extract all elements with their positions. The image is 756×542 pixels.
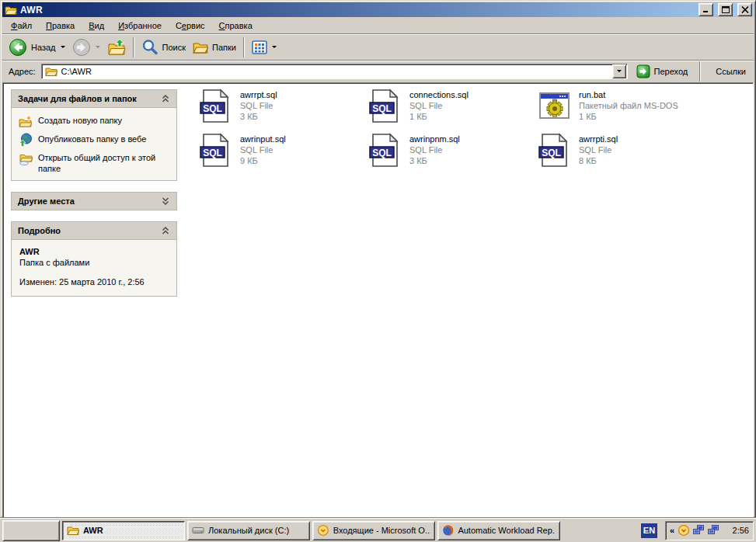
taskbar-button-firefox[interactable]: Automatic Workload Rep... xyxy=(437,521,560,540)
toolbar-separator xyxy=(243,37,245,57)
folder-icon xyxy=(45,65,57,78)
file-tile[interactable]: connections.sql SQL File 1 КБ xyxy=(368,89,537,133)
close-icon xyxy=(741,6,749,13)
file-tile[interactable]: awrinput.sql SQL File 9 КБ xyxy=(198,133,368,177)
links-bar[interactable]: Ссылки xyxy=(709,67,751,76)
taskbar-button-local-disk[interactable]: Локальный диск (C:) xyxy=(187,521,310,540)
address-dropdown-button[interactable] xyxy=(612,64,626,78)
file-tile[interactable]: awrrpt.sql SQL File 3 КБ xyxy=(198,89,368,133)
menu-label-part: рвис xyxy=(186,21,205,30)
task-create-folder[interactable]: Создать новую папку xyxy=(19,115,172,128)
task-label: Создать новую папку xyxy=(38,115,122,126)
file-type: SQL File xyxy=(409,101,469,111)
menu-favorites[interactable]: Избранное xyxy=(111,19,169,33)
file-size: 3 КБ xyxy=(409,156,460,166)
file-tasks-panel: Задачи для файлов и папок Создать новую … xyxy=(11,89,177,181)
search-button[interactable]: Поиск xyxy=(138,36,189,58)
network-tray-icon[interactable] xyxy=(692,524,705,537)
outlook-reminder-tray-icon[interactable] xyxy=(678,524,690,537)
outlook-icon xyxy=(317,524,329,537)
menu-file[interactable]: Файл xyxy=(4,19,39,33)
firefox-icon xyxy=(442,524,454,537)
share-folder-icon xyxy=(19,151,33,165)
sql-file-icon xyxy=(198,133,233,168)
system-tray: « 2:56 xyxy=(665,521,754,540)
details-panel: Подробно AWR Папка с файлами Изменен: 25… xyxy=(11,221,177,297)
task-label: Открыть общий доступ к этой папке xyxy=(38,152,172,174)
task-publish-web[interactable]: Опубликовать папку в вебе xyxy=(19,134,172,147)
file-tile[interactable]: awrrpti.sql SQL File 8 КБ xyxy=(537,133,705,177)
search-label: Поиск xyxy=(162,43,186,52)
details-folder-name: AWR xyxy=(19,246,169,257)
menu-label-part: С xyxy=(176,21,182,30)
addressbar-separator xyxy=(699,61,701,82)
menu-tools[interactable]: Сервис xyxy=(169,19,212,33)
file-size: 3 КБ xyxy=(240,112,277,122)
address-label: Адрес: xyxy=(9,67,36,76)
menu-view[interactable]: Вид xyxy=(82,19,111,33)
chevron-down-icon xyxy=(617,70,622,72)
file-name: run.bat xyxy=(579,90,678,100)
file-tasks-body: Создать новую папку Опубликовать папку в… xyxy=(12,108,176,180)
views-button[interactable] xyxy=(249,36,280,58)
file-tasks-header[interactable]: Задачи для файлов и папок xyxy=(12,90,176,108)
details-body: AWR Папка с файлами Изменен: 25 марта 20… xyxy=(12,240,176,296)
clock[interactable]: 2:56 xyxy=(733,526,749,535)
explorer-window: AWR Файл Правка Вид Избранное Сервис Спр… xyxy=(0,0,756,518)
folders-icon xyxy=(193,40,208,55)
file-type: SQL File xyxy=(409,145,460,155)
back-dropdown-icon[interactable] xyxy=(61,46,65,48)
file-size: 1 КБ xyxy=(579,112,678,122)
forward-dropdown-icon[interactable] xyxy=(96,46,100,48)
file-tile-text: awrrpt.sql SQL File 3 КБ xyxy=(240,89,277,122)
back-button[interactable]: Назад xyxy=(5,36,68,58)
other-places-header[interactable]: Другие места xyxy=(12,193,176,210)
forward-button[interactable] xyxy=(69,36,103,58)
details-title: Подробно xyxy=(18,226,61,235)
menu-edit[interactable]: Правка xyxy=(39,19,82,33)
chevron-up-icon[interactable] xyxy=(161,94,170,103)
sql-file-icon xyxy=(198,89,233,123)
file-name: awrinput.sql xyxy=(240,134,286,144)
menu-bar: Файл Правка Вид Избранное Сервис Справка xyxy=(2,17,754,34)
minimize-icon xyxy=(702,6,710,13)
file-tile-text: run.bat Пакетный файл MS-DOS 1 КБ xyxy=(579,89,678,122)
network-tray-icon[interactable] xyxy=(707,524,719,537)
task-share-folder[interactable]: Открыть общий доступ к этой папке xyxy=(19,152,172,174)
file-name: awrrpti.sql xyxy=(579,134,618,144)
folders-button[interactable]: Папки xyxy=(190,36,239,58)
minimize-button[interactable] xyxy=(699,3,713,16)
address-value: C:\AWR xyxy=(61,67,92,76)
start-area[interactable] xyxy=(2,520,60,541)
menu-label-part: П xyxy=(46,21,52,30)
close-button[interactable] xyxy=(737,3,752,16)
task-label: Опубликовать папку в вебе xyxy=(38,134,146,144)
taskbar-button-label: Локальный диск (C:) xyxy=(208,526,289,535)
taskbar-button-awr[interactable]: AWR xyxy=(62,521,185,540)
views-dropdown-icon[interactable] xyxy=(272,46,277,48)
language-indicator[interactable]: EN xyxy=(641,523,657,538)
file-tile[interactable]: awrinpnm.sql SQL File 3 КБ xyxy=(368,133,537,177)
back-label: Назад xyxy=(31,43,56,52)
menu-help[interactable]: Справка xyxy=(212,19,260,33)
maximize-button[interactable] xyxy=(718,3,733,16)
taskbar: AWR Локальный диск (C:) Входящие - Micro… xyxy=(0,518,756,542)
disk-icon xyxy=(192,524,204,537)
other-places-panel: Другие места xyxy=(11,192,177,210)
chevron-down-icon[interactable] xyxy=(161,196,170,206)
details-header[interactable]: Подробно xyxy=(12,222,176,240)
chevron-up-icon[interactable] xyxy=(161,226,170,235)
file-size: 1 КБ xyxy=(409,112,469,122)
views-icon xyxy=(252,40,267,55)
taskbar-button-outlook[interactable]: Входящие - Microsoft O... xyxy=(312,521,435,540)
address-input[interactable]: C:\AWR xyxy=(41,64,628,79)
up-button[interactable] xyxy=(104,36,129,58)
menu-label-part: ид xyxy=(95,21,105,30)
details-modified: Изменен: 25 марта 2010 г., 2:56 xyxy=(19,276,169,287)
title-bar[interactable]: AWR xyxy=(2,2,754,17)
tray-expand-chevron[interactable]: « xyxy=(670,526,674,535)
menu-label-part: В xyxy=(89,21,94,30)
go-button[interactable]: Переход xyxy=(633,64,692,78)
file-type: SQL File xyxy=(579,145,618,155)
file-tile[interactable]: run.bat Пакетный файл MS-DOS 1 КБ xyxy=(537,89,705,133)
